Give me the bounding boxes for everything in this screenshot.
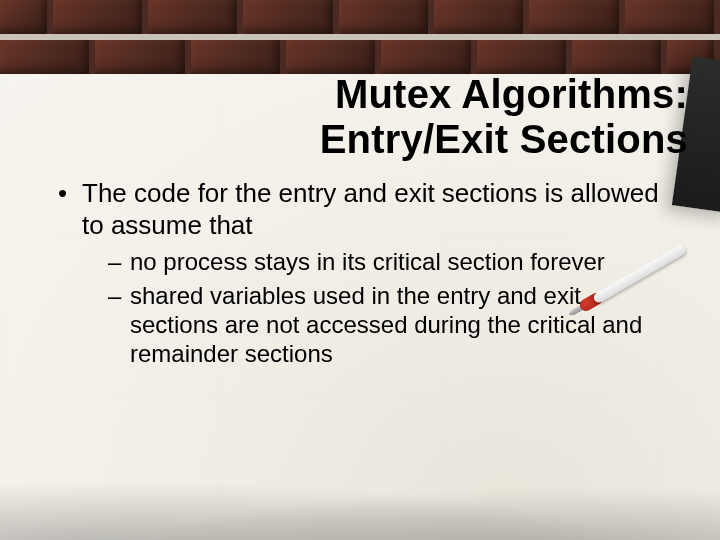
- bullet-sub-2: shared variables used in the entry and e…: [108, 281, 662, 369]
- bullet-sub-1: no process stays in its critical section…: [108, 247, 662, 276]
- slide-title-line1: Mutex Algorithms:: [0, 72, 688, 117]
- bullet-main: The code for the entry and exit sections…: [54, 178, 662, 369]
- slide: Mutex Algorithms: Entry/Exit Sections Th…: [0, 0, 720, 540]
- bullet-main-text: The code for the entry and exit sections…: [82, 178, 659, 240]
- brick-header-decoration: [0, 0, 720, 74]
- slide-title: Mutex Algorithms: Entry/Exit Sections: [0, 72, 688, 162]
- slide-body: The code for the entry and exit sections…: [54, 178, 662, 377]
- slide-title-line2: Entry/Exit Sections: [0, 117, 688, 162]
